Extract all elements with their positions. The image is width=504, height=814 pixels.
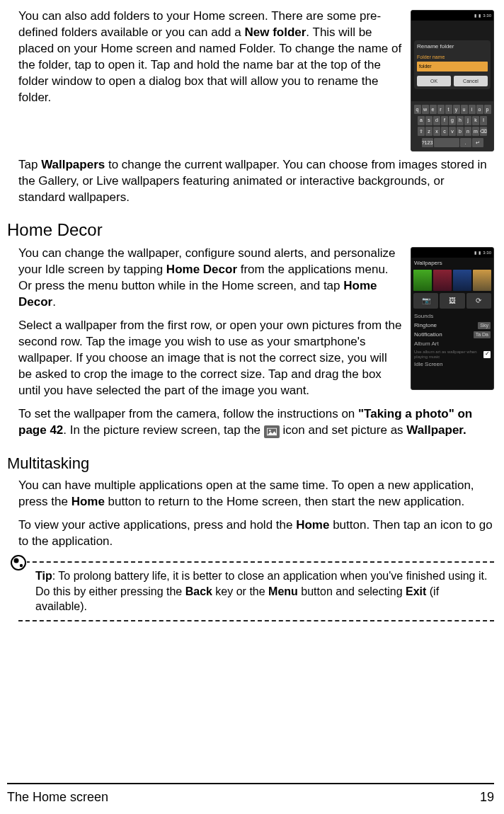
- keyboard-key[interactable]: o: [476, 105, 483, 114]
- onscreen-keyboard[interactable]: qwertyuiopasdfghjkl⇧zxcvbnm⌫?123.↵: [411, 101, 493, 151]
- multitasking-p1: You can have multiple applications open …: [7, 478, 494, 510]
- keyboard-key[interactable]: ⇧: [418, 127, 425, 136]
- text: icon and set picture as: [280, 423, 407, 437]
- keyboard-key[interactable]: n: [464, 127, 471, 136]
- keyboard-key[interactable]: l: [480, 116, 487, 125]
- home-button-term: Home: [71, 495, 105, 508]
- keyboard-key[interactable]: z: [425, 127, 433, 136]
- wallpapers-section-title: Wallpapers: [411, 258, 493, 270]
- ringtone-row[interactable]: Ringtone Sky: [411, 321, 493, 331]
- text: button to return to the Home screen, the…: [105, 495, 464, 508]
- home-decor-p3: To set the wallpaper from the camera, fo…: [7, 406, 494, 439]
- dialog-title: Rename folder: [417, 43, 488, 51]
- keyboard-key[interactable]: e: [430, 105, 437, 114]
- signal-icon: ▮: [474, 13, 476, 18]
- svg-point-4: [20, 564, 23, 567]
- live-source-button[interactable]: ⟳: [466, 293, 491, 309]
- battery-icon: ▮: [479, 13, 481, 18]
- keyboard-key[interactable]: j: [464, 116, 471, 125]
- keyboard-key[interactable]: t: [445, 105, 452, 114]
- wallpaper-thumb[interactable]: [473, 270, 491, 291]
- keyboard-key[interactable]: .: [460, 138, 471, 147]
- idle-screen-section-title: Idle Screen: [411, 360, 493, 369]
- cancel-button[interactable]: Cancel: [454, 76, 488, 86]
- notification-row[interactable]: Notification Ta Da: [411, 331, 493, 340]
- screenshot-home-decor: ▮ ▮ 3:30 Wallpapers 📷 🖼 ⟳ Sounds Rington…: [411, 247, 494, 390]
- keyboard-key[interactable]: d: [433, 116, 440, 125]
- text: To view your active applications, press …: [18, 518, 296, 532]
- sounds-section-title: Sounds: [411, 311, 493, 321]
- keyboard-key[interactable]: ⌫: [480, 127, 487, 136]
- wallpapers-paragraph: Tap Wallpapers to change the current wal…: [7, 157, 494, 206]
- notification-label: Notification: [414, 331, 442, 339]
- signal-icon: ▮: [474, 250, 476, 256]
- ok-button[interactable]: OK: [417, 76, 451, 86]
- tip-label: Tip: [35, 570, 52, 582]
- text: . In the picture review screen, tap the: [63, 423, 263, 437]
- screenshot-rename-folder: ▮ ▮ 3:30 Rename folder Folder name folde…: [411, 10, 494, 151]
- text: To set the wallpaper from the camera, fo…: [18, 407, 358, 420]
- wallpaper-thumb[interactable]: [413, 270, 432, 291]
- status-time: 3:30: [483, 250, 491, 256]
- keyboard-key[interactable]: y: [453, 105, 460, 114]
- folder-name-input[interactable]: folder: [417, 62, 488, 71]
- back-key-term: Back: [185, 585, 212, 597]
- keyboard-key[interactable]: p: [484, 105, 491, 114]
- picture-icon: [264, 425, 280, 438]
- menu-button-term: Menu: [268, 585, 298, 597]
- album-art-description: Use album art as wallpaper when playing …: [414, 350, 483, 359]
- keyboard-key[interactable]: k: [472, 116, 479, 125]
- keyboard-key[interactable]: i: [469, 105, 476, 114]
- multitasking-heading: Multitasking: [7, 453, 494, 474]
- wallpaper-thumb[interactable]: [433, 270, 452, 291]
- svg-point-3: [14, 558, 19, 563]
- svg-point-1: [269, 430, 270, 431]
- album-art-row[interactable]: Use album art as wallpaper when playing …: [411, 349, 493, 360]
- keyboard-key[interactable]: v: [449, 127, 456, 136]
- wallpaper-source-row: 📷 🖼 ⟳: [411, 293, 493, 309]
- wallpaper-thumb[interactable]: [453, 270, 471, 291]
- keyboard-key[interactable]: b: [457, 127, 464, 136]
- keyboard-key[interactable]: q: [414, 105, 421, 114]
- text: Tap: [18, 158, 41, 171]
- keyboard-key[interactable]: [434, 138, 459, 147]
- tip-callout: Tip: To prolong battery life, it is bett…: [18, 561, 494, 621]
- footer-page-number: 19: [480, 789, 494, 806]
- status-bar: ▮ ▮ 3:30: [411, 11, 493, 21]
- svg-point-2: [11, 556, 25, 570]
- keyboard-key[interactable]: w: [422, 105, 429, 114]
- keyboard-key[interactable]: ?123: [422, 138, 433, 147]
- new-folder-term: New folder: [244, 25, 306, 39]
- keyboard-key[interactable]: r: [437, 105, 445, 114]
- gallery-source-button[interactable]: 🖼: [440, 293, 464, 309]
- text: .: [52, 295, 56, 309]
- rename-folder-dialog: Rename folder Folder name folder OK Canc…: [414, 40, 491, 89]
- keyboard-key[interactable]: g: [449, 116, 456, 125]
- home-button-term: Home: [296, 518, 329, 532]
- footer-chapter-title: The Home screen: [7, 789, 108, 806]
- page-footer: The Home screen 19: [7, 783, 494, 806]
- keyboard-key[interactable]: x: [433, 127, 440, 136]
- notification-value: Ta Da: [474, 331, 491, 338]
- keyboard-key[interactable]: s: [425, 116, 433, 125]
- camera-source-button[interactable]: 📷: [413, 293, 438, 309]
- ringtone-label: Ringtone: [414, 322, 437, 330]
- album-art-section-title: Album Art: [411, 339, 493, 349]
- wallpapers-term: Wallpapers: [41, 158, 105, 171]
- dialog-field-label: Folder name: [417, 54, 488, 60]
- text: button and selecting: [298, 585, 406, 597]
- album-art-checkbox[interactable]: ✓: [483, 351, 491, 358]
- keyboard-key[interactable]: c: [441, 127, 448, 136]
- exit-term: Exit: [406, 585, 426, 597]
- home-decor-heading: Home Decor: [7, 219, 494, 241]
- keyboard-key[interactable]: ↵: [472, 138, 483, 147]
- multitasking-p2: To view your active applications, press …: [7, 517, 494, 550]
- keyboard-key[interactable]: h: [457, 116, 464, 125]
- keyboard-key[interactable]: f: [441, 116, 448, 125]
- status-time: 3:30: [483, 13, 491, 18]
- wallpaper-term: Wallpaper.: [406, 423, 466, 437]
- keyboard-key[interactable]: u: [461, 105, 468, 114]
- keyboard-key[interactable]: a: [418, 116, 425, 125]
- keyboard-key[interactable]: m: [472, 127, 479, 136]
- ringtone-value: Sky: [478, 322, 491, 328]
